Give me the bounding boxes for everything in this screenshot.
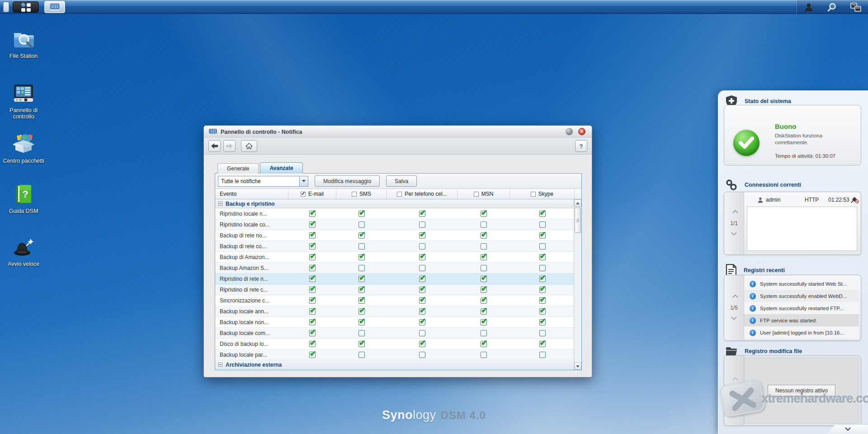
notification-checkbox[interactable]: [419, 265, 425, 271]
notification-checkbox[interactable]: [419, 243, 425, 250]
notification-checkbox[interactable]: [309, 254, 316, 260]
notification-checkbox[interactable]: [539, 222, 546, 228]
notification-checkbox[interactable]: [539, 330, 546, 336]
notification-checkbox[interactable]: [309, 276, 316, 282]
notification-checkbox[interactable]: [419, 341, 425, 347]
notification-checkbox[interactable]: [539, 243, 546, 250]
column-checkbox[interactable]: [352, 192, 357, 197]
notification-checkbox[interactable]: [419, 352, 425, 358]
notification-checkbox[interactable]: [419, 254, 425, 260]
notification-checkbox[interactable]: [419, 287, 425, 293]
notification-checkbox[interactable]: [309, 352, 316, 358]
notification-checkbox[interactable]: [539, 287, 546, 293]
notification-checkbox[interactable]: [309, 243, 316, 250]
notification-checkbox[interactable]: [481, 341, 487, 347]
home-button[interactable]: [241, 140, 257, 152]
column-header[interactable]: E-mail: [288, 189, 336, 199]
desktop-icon-control-panel[interactable]: Pannello di controllo: [0, 81, 47, 120]
group-row[interactable]: Archiviazione esterna: [215, 360, 581, 369]
table-row[interactable]: Ripristino di rete c...: [215, 284, 581, 295]
notification-checkbox[interactable]: [419, 211, 425, 217]
notification-checkbox[interactable]: [539, 265, 546, 271]
disconnect-icon[interactable]: [851, 197, 859, 203]
column-header[interactable]: Skype: [510, 189, 575, 199]
table-row[interactable]: Backup di rete co...: [215, 241, 581, 252]
log-item[interactable]: iSystem successfully restarted FTP...: [744, 302, 859, 314]
notification-checkbox[interactable]: [419, 297, 425, 304]
desktop-icon-file-station[interactable]: File Station: [0, 27, 47, 59]
notification-checkbox[interactable]: [309, 319, 316, 326]
table-row[interactable]: Backup locale ann...: [215, 306, 581, 317]
notification-checkbox[interactable]: [359, 330, 365, 336]
column-header[interactable]: SMS: [336, 189, 387, 199]
notification-checkbox[interactable]: [419, 308, 425, 315]
notification-checkbox[interactable]: [481, 243, 487, 250]
notification-checkbox[interactable]: [419, 319, 425, 326]
notification-checkbox[interactable]: [539, 319, 546, 326]
save-button[interactable]: Salva: [386, 175, 417, 187]
notification-checkbox[interactable]: [359, 265, 365, 271]
table-row[interactable]: Backup di Amazon...: [215, 252, 581, 263]
notification-checkbox[interactable]: [359, 341, 365, 347]
pager-up-icon[interactable]: [732, 210, 738, 216]
scroll-down-button[interactable]: [574, 363, 581, 370]
search-icon[interactable]: [827, 2, 837, 12]
notification-checkbox[interactable]: [309, 341, 316, 347]
desktop-icon-package-center[interactable]: Centro pacchetti: [0, 132, 47, 164]
notification-checkbox[interactable]: [481, 254, 487, 260]
vertical-scrollbar[interactable]: [574, 199, 581, 370]
desktop-icon-quick-start[interactable]: Avvio veloce: [0, 235, 47, 267]
column-checkbox[interactable]: [531, 192, 536, 197]
show-desktop-button[interactable]: [3, 2, 9, 12]
notification-checkbox[interactable]: [359, 211, 365, 217]
pager-down-icon[interactable]: [731, 314, 737, 320]
table-row[interactable]: Backup Amazon S...: [215, 263, 581, 274]
table-row[interactable]: Ripristino locale n...: [215, 208, 581, 219]
column-header[interactable]: MSN: [458, 189, 510, 199]
tab-generale[interactable]: Generale: [217, 163, 259, 174]
taskbar-window-control-panel[interactable]: [44, 1, 65, 13]
connection-row[interactable]: admin HTTP 01:22:53: [744, 194, 859, 206]
notification-checkbox[interactable]: [481, 232, 487, 239]
notification-checkbox[interactable]: [309, 265, 316, 271]
log-item[interactable]: iSystem successfully started Web St...: [744, 278, 859, 290]
pager-up-icon[interactable]: [732, 294, 738, 300]
notification-checkbox[interactable]: [309, 308, 316, 315]
notification-checkbox[interactable]: [539, 308, 546, 315]
column-header[interactable]: Per telefono cel...: [387, 189, 458, 199]
notification-checkbox[interactable]: [481, 297, 487, 304]
table-row[interactable]: Ripristino di rete n...: [215, 274, 581, 284]
notification-checkbox[interactable]: [309, 297, 316, 304]
notification-checkbox[interactable]: [359, 222, 365, 228]
chevron-down-icon[interactable]: [299, 176, 308, 186]
close-button[interactable]: ✕: [578, 128, 585, 135]
notification-checkbox[interactable]: [359, 276, 365, 282]
pager-down-icon[interactable]: [731, 230, 737, 236]
notification-filter-select[interactable]: Tutte le notifiche: [218, 176, 308, 187]
log-item[interactable]: iSystem successfully enabled WebD...: [744, 290, 859, 302]
notification-checkbox[interactable]: [359, 352, 365, 358]
notification-checkbox[interactable]: [309, 330, 316, 336]
table-row[interactable]: Sincronizzazione c...: [215, 295, 581, 306]
column-checkbox[interactable]: [301, 192, 306, 197]
table-row[interactable]: Backup locale com...: [215, 328, 581, 339]
notification-checkbox[interactable]: [309, 222, 316, 228]
notification-checkbox[interactable]: [359, 287, 365, 293]
forward-button[interactable]: [223, 140, 236, 152]
notification-checkbox[interactable]: [359, 308, 365, 315]
notification-checkbox[interactable]: [359, 297, 365, 304]
table-row[interactable]: Backup di rete no...: [215, 230, 581, 241]
notification-checkbox[interactable]: [309, 232, 316, 239]
desktop-icon-dsm-help[interactable]: ? Guida DSM: [0, 182, 47, 214]
notification-checkbox[interactable]: [481, 352, 487, 358]
notification-checkbox[interactable]: [359, 319, 365, 326]
column-checkbox[interactable]: [397, 192, 402, 197]
scroll-up-button[interactable]: [574, 199, 581, 207]
notification-checkbox[interactable]: [539, 211, 546, 217]
tab-avanzate[interactable]: Avanzate: [260, 162, 302, 174]
notification-checkbox[interactable]: [309, 287, 316, 293]
notification-checkbox[interactable]: [481, 308, 487, 315]
notification-checkbox[interactable]: [481, 287, 487, 293]
notification-checkbox[interactable]: [419, 232, 425, 239]
notification-checkbox[interactable]: [481, 265, 487, 271]
